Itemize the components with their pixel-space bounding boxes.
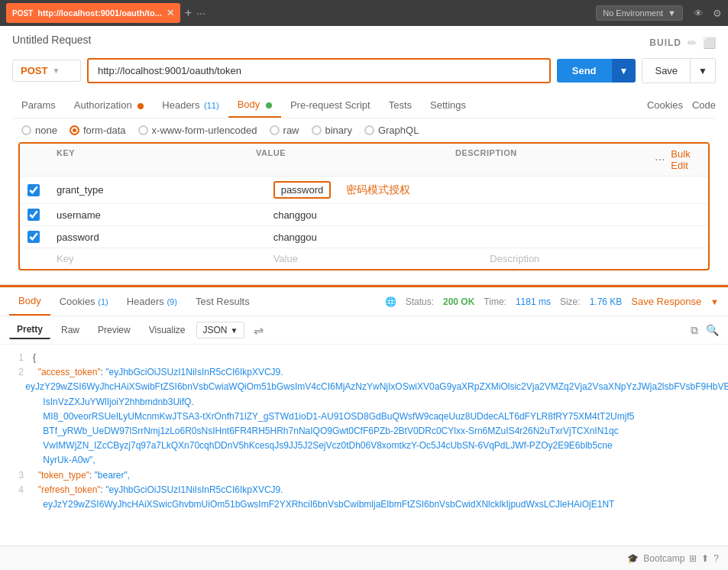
json-line-2c: IsInVzZXJuYWlIjoiY2hhbmdnb3UifQ. — [0, 395, 728, 410]
pencil-icon[interactable]: ✏ — [688, 37, 697, 49]
row-2-value: changgou — [273, 209, 484, 221]
search-icon[interactable]: 🔍 — [706, 324, 719, 337]
kv-table: KEY VALUE DESCRIPTION ··· Bulk Edit gran… — [18, 142, 710, 270]
view-tab-raw[interactable]: Raw — [53, 322, 87, 338]
radio-none[interactable]: none — [21, 125, 57, 136]
new-tab-button[interactable]: + — [185, 6, 192, 20]
tab-body[interactable]: Body — [228, 92, 281, 118]
status-value: 200 OK — [443, 296, 474, 307]
row-3-value: changgou — [273, 232, 484, 243]
size-value: 1.76 KB — [590, 296, 623, 307]
json-line-2d: MI8_00veorRSUeILyUMcnmKwJTSA3-tXrOnfh71l… — [0, 410, 728, 424]
body-dot — [266, 102, 272, 108]
radio-graphql[interactable]: GraphQL — [364, 125, 419, 136]
format-chevron-icon: ▼ — [231, 326, 238, 335]
tab-pre-request-script[interactable]: Pre-request Script — [281, 93, 380, 117]
globe-icon: 🌐 — [385, 296, 396, 307]
view-tab-pretty[interactable]: Pretty — [9, 321, 50, 339]
kv-header: KEY VALUE DESCRIPTION ··· Bulk Edit — [20, 144, 708, 177]
bootcamp-section: 🎓 Bootcamp ⊞ ⬆ ? — [627, 553, 719, 564]
tab-tests[interactable]: Tests — [380, 93, 421, 117]
empty-value: Value — [273, 253, 484, 264]
view-tab-visualize[interactable]: Visualize — [141, 322, 193, 338]
environment-selector[interactable]: No Environment ▼ — [596, 5, 683, 21]
save-dropdown-button[interactable]: ▼ — [691, 58, 716, 83]
radio-none-circle — [21, 125, 31, 135]
help-icon[interactable]: ? — [713, 553, 719, 564]
save-group: Save ▼ — [642, 58, 716, 83]
radio-form-data[interactable]: form-data — [70, 125, 126, 136]
row-3-checkbox[interactable] — [28, 231, 40, 243]
request-area: Untitled Request BUILD ✏ ⬜ POST ▼ Send ▼ — [0, 26, 728, 285]
bulk-edit-button[interactable]: Bulk Edit — [671, 148, 700, 171]
empty-key: Key — [57, 253, 267, 264]
status-label: Status: — [406, 296, 434, 307]
request-tab[interactable]: POST http://localhost:9001/oauth/to... ✕ — [6, 3, 180, 23]
response-tab-test-results[interactable]: Test Results — [186, 288, 259, 315]
request-tabs: Params Authorization Headers (11) Body P… — [12, 92, 716, 118]
body-type-bar: none form-data x-www-form-urlencoded raw… — [12, 118, 716, 142]
save-response-button[interactable]: Save Response — [631, 296, 701, 307]
response-status: 🌐 Status: 200 OK Time: 1181 ms Size: 1.7… — [385, 296, 719, 307]
view-tabs: Pretty Raw Preview Visualize JSON ▼ ⇌ ⧉ … — [0, 316, 728, 345]
method-badge: POST — [12, 9, 33, 18]
radio-raw[interactable]: raw — [270, 125, 299, 136]
more-tabs-icon[interactable]: ··· — [196, 7, 205, 19]
row-2-key: username — [57, 209, 267, 221]
request-title: Untitled Request — [12, 34, 92, 46]
description-header: DESCRIPTION — [455, 148, 649, 171]
share-icon[interactable]: ⬆ — [701, 553, 709, 564]
cookies-link[interactable]: Cookies — [647, 99, 683, 111]
tab-authorization[interactable]: Authorization — [65, 93, 154, 117]
send-button[interactable]: Send — [557, 59, 612, 83]
radio-binary[interactable]: binary — [312, 125, 352, 136]
radio-urlencoded[interactable]: x-www-form-urlencoded — [138, 125, 257, 136]
radio-graphql-circle — [364, 125, 374, 135]
environment-label: No Environment — [603, 8, 663, 18]
response-tabs: Body Cookies (1) Headers (9) Test Result… — [0, 287, 728, 316]
tab-params[interactable]: Params — [12, 93, 65, 117]
url-input[interactable] — [87, 58, 551, 83]
tabs-right: Cookies Code — [647, 99, 716, 111]
tab-settings[interactable]: Settings — [421, 93, 475, 117]
response-tab-headers[interactable]: Headers (9) — [118, 288, 186, 315]
wrap-icon[interactable]: ⇌ — [254, 323, 264, 338]
row-2-checkbox[interactable] — [28, 209, 40, 221]
url-bar: POST ▼ Send ▼ Save ▼ — [12, 58, 716, 83]
row-1-value: password — [273, 181, 332, 199]
key-header: KEY — [57, 148, 250, 171]
format-selector[interactable]: JSON ▼ — [196, 322, 245, 338]
json-line-2: 2 "access_token": "eyJhbGciOiJSUzI1NiIsI… — [0, 365, 728, 380]
send-dropdown-button[interactable]: ▼ — [612, 59, 636, 83]
tab-close-icon[interactable]: ✕ — [167, 8, 174, 18]
response-tab-body[interactable]: Body — [9, 287, 50, 316]
json-line-4: 4 "refresh_token": "eyJhbGciOiJSUzI1NiIs… — [0, 483, 728, 497]
save-button[interactable]: Save — [642, 58, 691, 83]
row-3-key: password — [57, 232, 267, 243]
json-line-2b: eyJzY29wZSI6WyJhcHAiXSwibFtZSI6bnVsbCwia… — [0, 380, 728, 394]
row-1-checkbox[interactable] — [28, 184, 40, 196]
radio-urlencoded-circle — [138, 125, 148, 135]
json-viewer[interactable]: 1 { 2 "access_token": "eyJhbGciOiJSUzI1N… — [0, 345, 728, 513]
radio-binary-circle — [312, 125, 322, 135]
tab-headers[interactable]: Headers (11) — [153, 93, 228, 117]
json-line-2g: NyrUk-A0w", — [0, 453, 728, 468]
grid-icon[interactable]: ⊞ — [689, 553, 697, 564]
copy-icon[interactable]: ⧉ — [691, 324, 698, 337]
response-tab-cookies[interactable]: Cookies (1) — [50, 288, 118, 315]
code-link[interactable]: Code — [692, 99, 716, 111]
env-chevron-down-icon: ▼ — [668, 8, 676, 18]
save-response-chevron-icon[interactable]: ▼ — [710, 297, 719, 306]
method-selector[interactable]: POST ▼ — [12, 60, 81, 82]
kv-options-icon[interactable]: ··· — [655, 153, 665, 167]
radio-form-data-circle — [70, 125, 79, 135]
eye-icon[interactable]: 👁 — [694, 8, 704, 19]
save-icon[interactable]: ⬜ — [703, 37, 716, 49]
method-label: POST — [21, 65, 47, 76]
bootcamp-label: Bootcamp — [643, 553, 684, 564]
view-tab-preview[interactable]: Preview — [90, 322, 138, 338]
build-label: BUILD — [649, 37, 681, 48]
annotation-text: 密码模式授权 — [340, 183, 410, 197]
json-line-4b: eyJzY29wZSI6WyJhcHAiXSwicGhvbmUiOm51bGws… — [0, 497, 728, 512]
settings-icon[interactable]: ⚙ — [713, 8, 722, 19]
